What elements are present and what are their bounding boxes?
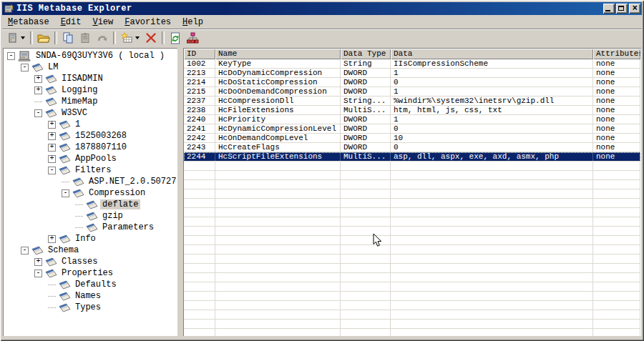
dropdown-arrow-icon[interactable] [21, 36, 25, 39]
collapse-icon[interactable]: - [62, 189, 69, 197]
tree-item-classes[interactable]: +Classes [3, 256, 177, 267]
list-header: IDNameData TypeDataAttributes [184, 49, 640, 59]
table-cell [593, 217, 640, 226]
app-icon [4, 4, 14, 14]
table-row[interactable]: 2244HcScriptFileExtensionsMultiS...asp, … [184, 152, 640, 162]
minimize-button[interactable] [603, 4, 615, 14]
tree-item-names[interactable]: Names [3, 290, 177, 302]
table-cell: none [593, 134, 640, 142]
table-row[interactable]: 2214HcDoStaticCompressionDWORD0none [184, 78, 640, 87]
table-cell [593, 171, 640, 179]
table-cell [391, 236, 593, 244]
tree-item-logging[interactable]: +Logging [3, 84, 177, 96]
panel-splitter[interactable] [177, 48, 183, 336]
collapse-icon[interactable]: - [34, 270, 42, 277]
table-cell [215, 199, 341, 207]
tree-item-1525003268[interactable]: +1525003268 [3, 130, 177, 142]
tree-item-filters[interactable]: -Filters [3, 164, 177, 176]
collapse-icon[interactable]: - [21, 64, 29, 71]
toolbar [2, 29, 642, 46]
connect-button[interactable] [4, 30, 21, 46]
copy-button[interactable] [59, 30, 77, 46]
tree-item-compression[interactable]: -Compression [3, 187, 177, 199]
table-cell: 0 [391, 124, 593, 133]
table-cell [341, 199, 391, 207]
expand-icon[interactable]: + [48, 235, 56, 243]
table-cell [593, 180, 640, 189]
maximize-button[interactable] [616, 4, 628, 14]
tree-view-button[interactable] [184, 30, 201, 46]
table-row[interactable]: 2241HcDynamicCompressionLevelDWORD0none [184, 124, 640, 134]
expand-icon[interactable]: + [48, 155, 56, 163]
expand-icon[interactable]: + [48, 144, 56, 152]
tree-item-mimemap[interactable]: MimeMap [3, 96, 177, 107]
dropdown-arrow-icon[interactable] [135, 36, 140, 39]
tree-item-gzip[interactable]: gzip [3, 210, 177, 222]
tree-item-apppools[interactable]: +AppPools [3, 153, 177, 164]
tree-item-lm[interactable]: -LM [3, 61, 177, 73]
tree-item-1[interactable]: +1 [3, 119, 177, 130]
table-cell: 2240 [184, 115, 215, 124]
copy-icon [62, 32, 74, 44]
menu-view[interactable]: View [87, 16, 119, 28]
empty-row [184, 162, 640, 171]
new-key-button[interactable] [118, 30, 135, 46]
close-button[interactable]: × [629, 4, 640, 14]
tree-item-iisadmin[interactable]: +IISADMIN [3, 73, 177, 84]
tree-item-deflate[interactable]: deflate [3, 199, 177, 210]
table-row[interactable]: 2215HcDoOnDemandCompressionDWORD1none [184, 87, 640, 97]
table-row[interactable]: 2243HcCreateFlagsDWORD0none [184, 143, 640, 152]
table-cell [593, 162, 640, 170]
collapse-icon[interactable]: - [34, 109, 42, 117]
column-header-attributes[interactable]: Attributes [593, 49, 640, 59]
empty-row [184, 208, 640, 217]
table-row[interactable]: 2242HcOnDemandCompLevelDWORD10none [184, 134, 640, 143]
tree-item-defaults[interactable]: Defaults [3, 279, 177, 290]
column-header-name[interactable]: Name [215, 49, 341, 59]
collapse-icon[interactable]: - [48, 167, 56, 174]
table-cell [391, 264, 593, 272]
expand-icon[interactable]: + [34, 75, 42, 83]
tree-item-properties[interactable]: -Properties [3, 267, 177, 279]
table-cell [184, 227, 215, 235]
table-row[interactable]: 2240HcPriorityDWORD1none [184, 115, 640, 124]
tree-item-asp-net-2-0-50727-0[interactable]: ASP.NET_2.0.50727.0 [3, 176, 177, 187]
table-row[interactable]: 2213HcDoDynamicCompressionDWORD1none [184, 69, 640, 78]
tree-item-snda-69q3uyy3v6-local[interactable]: -SNDA-69Q3UYY3V6 ( local ) [3, 50, 177, 61]
menu-help[interactable]: Help [177, 16, 209, 28]
refresh-button[interactable] [167, 30, 184, 46]
menu-favorites[interactable]: Favorites [119, 16, 177, 28]
tree-item-1878807110[interactable]: +1878807110 [3, 142, 177, 153]
tree-item-info[interactable]: +Info [3, 233, 177, 244]
tree-item-parameters[interactable]: Parameters [3, 222, 177, 233]
new-key-icon [121, 32, 133, 44]
table-cell [593, 236, 640, 244]
tree-label: AppPools [73, 154, 119, 164]
table-cell [593, 310, 640, 319]
table-cell [341, 236, 391, 244]
table-cell: 2214 [184, 78, 215, 87]
expand-icon[interactable]: + [48, 121, 56, 129]
column-header-data-type[interactable]: Data Type [341, 49, 391, 59]
expand-icon[interactable]: + [34, 258, 42, 266]
menu-metabase[interactable]: Metabase [2, 16, 55, 28]
delete-button[interactable] [142, 30, 160, 46]
tree-item-types[interactable]: Types [3, 302, 177, 313]
table-cell: 2243 [184, 143, 215, 152]
table-row[interactable]: 1002KeyTypeStringIIsCompressionSchemenon… [184, 59, 640, 69]
column-header-id[interactable]: ID [184, 49, 215, 59]
open-button[interactable] [35, 30, 52, 46]
tree-item-schema[interactable]: -Schema [3, 244, 177, 256]
table-row[interactable]: 2238HcFileExtensionsMultiS...htm, html, … [184, 106, 640, 115]
expand-icon[interactable]: + [34, 87, 42, 94]
column-header-data[interactable]: Data [391, 49, 593, 59]
collapse-icon[interactable]: - [21, 247, 29, 254]
expand-icon[interactable]: + [48, 132, 56, 140]
table-cell [391, 162, 593, 170]
table-row[interactable]: 2237HcCompressionDllString...%windir%\sy… [184, 97, 640, 106]
table-cell [184, 236, 215, 244]
collapse-icon[interactable]: - [7, 52, 15, 60]
menu-edit[interactable]: Edit [55, 16, 87, 28]
table-cell: 10 [391, 134, 593, 142]
tree-item-w3svc[interactable]: -W3SVC [3, 107, 177, 119]
